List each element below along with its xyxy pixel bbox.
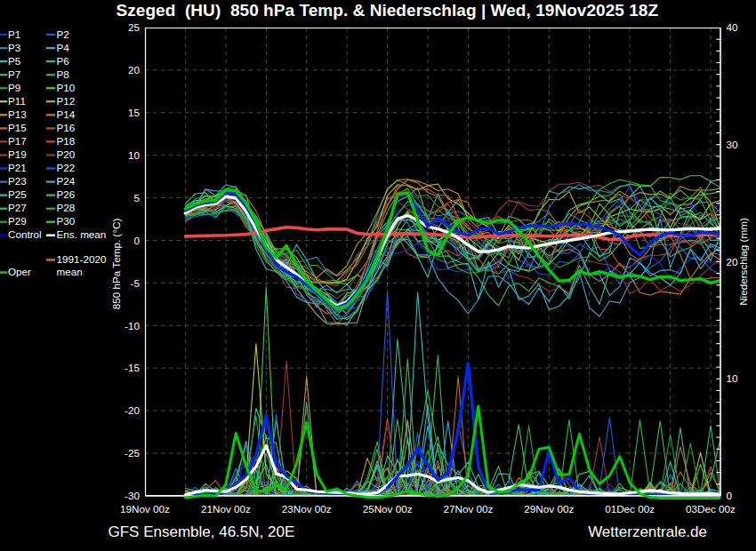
svg-text:P24: P24 bbox=[57, 175, 76, 187]
svg-text:P3: P3 bbox=[8, 42, 20, 53]
svg-text:P8: P8 bbox=[57, 68, 69, 80]
svg-text:27Nov 00z: 27Nov 00z bbox=[443, 503, 493, 515]
svg-text:Ens. mean: Ens. mean bbox=[57, 228, 107, 240]
svg-text:25Nov 00z: 25Nov 00z bbox=[363, 503, 413, 515]
svg-text:P19: P19 bbox=[8, 148, 27, 160]
svg-text:-30: -30 bbox=[125, 490, 140, 501]
svg-text:850 hPa Temp. (°C): 850 hPa Temp. (°C) bbox=[110, 219, 122, 310]
svg-text:P5: P5 bbox=[8, 55, 21, 67]
svg-text:P4: P4 bbox=[57, 42, 70, 53]
svg-text:P30: P30 bbox=[57, 215, 76, 227]
svg-text:P29: P29 bbox=[8, 215, 27, 227]
svg-text:-15: -15 bbox=[125, 362, 140, 373]
svg-text:-10: -10 bbox=[125, 320, 140, 331]
svg-text:21Nov 00z: 21Nov 00z bbox=[201, 503, 251, 515]
svg-text:mean: mean bbox=[57, 266, 83, 277]
svg-text:P15: P15 bbox=[8, 122, 27, 133]
svg-text:1991-2020: 1991-2020 bbox=[57, 253, 107, 265]
svg-text:P22: P22 bbox=[57, 162, 76, 173]
svg-text:01Dec 00z: 01Dec 00z bbox=[605, 503, 655, 515]
svg-text:P16: P16 bbox=[57, 122, 76, 133]
svg-text:P21: P21 bbox=[8, 162, 27, 173]
svg-text:10: 10 bbox=[727, 372, 739, 384]
svg-text:P23: P23 bbox=[8, 175, 27, 187]
svg-text:P13: P13 bbox=[8, 108, 27, 120]
svg-text:10: 10 bbox=[128, 149, 141, 161]
svg-text:P17: P17 bbox=[8, 135, 27, 147]
svg-text:P25: P25 bbox=[8, 188, 27, 200]
svg-text:20: 20 bbox=[128, 64, 141, 76]
svg-text:30: 30 bbox=[727, 139, 739, 150]
svg-text:25: 25 bbox=[128, 21, 141, 33]
svg-text:23Nov 00z: 23Nov 00z bbox=[282, 503, 332, 515]
svg-text:P27: P27 bbox=[8, 202, 27, 213]
svg-text:P26: P26 bbox=[57, 188, 76, 200]
svg-text:0: 0 bbox=[133, 235, 140, 246]
svg-text:Oper: Oper bbox=[8, 266, 31, 277]
svg-text:15: 15 bbox=[128, 107, 141, 118]
svg-text:P7: P7 bbox=[8, 68, 20, 80]
svg-text:Wetterzentrale.de: Wetterzentrale.de bbox=[588, 523, 707, 540]
svg-text:P20: P20 bbox=[57, 148, 76, 160]
svg-text:P1: P1 bbox=[8, 28, 20, 40]
svg-text:20: 20 bbox=[727, 256, 739, 268]
svg-text:5: 5 bbox=[133, 192, 140, 204]
svg-text:P10: P10 bbox=[57, 82, 76, 93]
svg-text:P6: P6 bbox=[57, 55, 69, 67]
svg-text:40: 40 bbox=[727, 21, 739, 33]
svg-text:P18: P18 bbox=[57, 135, 76, 147]
svg-text:P28: P28 bbox=[57, 202, 76, 213]
svg-text:-5: -5 bbox=[131, 277, 141, 289]
svg-text:P11: P11 bbox=[8, 95, 26, 107]
svg-text:-25: -25 bbox=[125, 447, 140, 459]
svg-text:-20: -20 bbox=[125, 404, 140, 416]
svg-text:0: 0 bbox=[727, 490, 733, 501]
svg-text:GFS Ensemble, 46.5N, 20E: GFS Ensemble, 46.5N, 20E bbox=[109, 523, 295, 540]
svg-text:P14: P14 bbox=[57, 108, 76, 120]
svg-text:Niederschlag (mm): Niederschlag (mm) bbox=[737, 218, 749, 306]
svg-text:29Nov 00z: 29Nov 00z bbox=[524, 503, 574, 515]
svg-text:Control: Control bbox=[8, 228, 42, 240]
svg-text:19Nov 00z: 19Nov 00z bbox=[120, 503, 170, 515]
svg-text:P9: P9 bbox=[8, 82, 20, 93]
svg-text:Szeged (HU) 850 hPa Temp. &: Szeged (HU) 850 hPa Temp. & Niederschlag… bbox=[117, 1, 659, 20]
svg-text:03Dec 00z: 03Dec 00z bbox=[686, 503, 736, 515]
svg-text:P12: P12 bbox=[57, 95, 76, 107]
svg-text:P2: P2 bbox=[57, 28, 69, 40]
